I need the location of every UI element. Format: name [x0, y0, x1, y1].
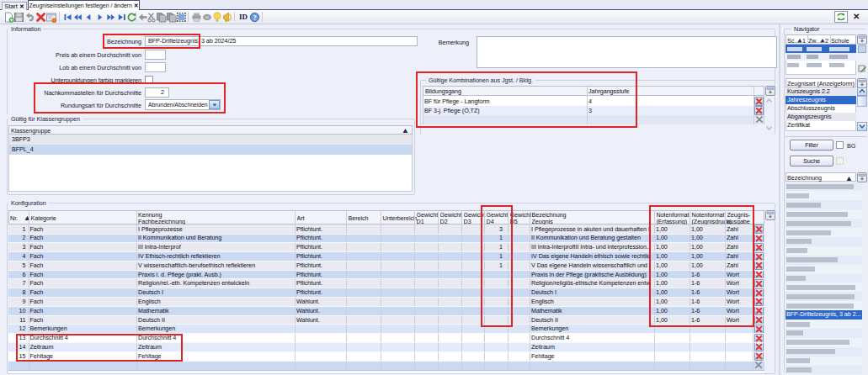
- svg-text:?: ?: [253, 13, 256, 22]
